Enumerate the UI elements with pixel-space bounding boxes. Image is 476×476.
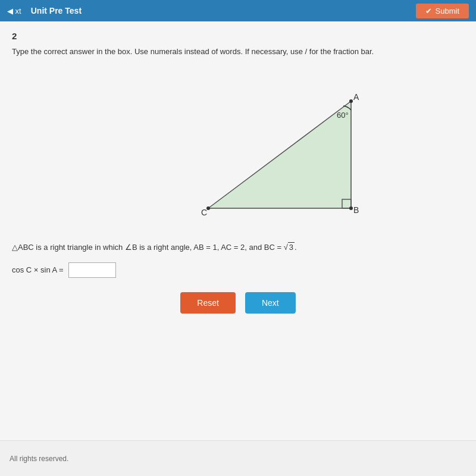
svg-point-5 xyxy=(349,99,353,103)
copyright-text: All rights reserved. xyxy=(10,455,68,463)
page-title: Unit Pre Test xyxy=(31,6,82,15)
diagram-container: A B C 60° xyxy=(12,65,464,232)
submit-icon: ✔ xyxy=(425,7,432,15)
footer: All rights reserved. xyxy=(0,440,476,476)
top-bar-left: ◀ xt Unit Pre Test xyxy=(7,6,82,15)
answer-row: cos C × sin A = xyxy=(12,262,464,278)
submit-button[interactable]: ✔ Submit xyxy=(416,4,469,18)
reset-button[interactable]: Reset xyxy=(180,292,236,314)
vertex-a-label: A xyxy=(353,92,359,102)
back-button[interactable]: ◀ xt xyxy=(7,7,21,15)
triangle-diagram: A B C 60° xyxy=(113,65,363,232)
angle-label: 60° xyxy=(337,111,349,120)
answer-input[interactable] xyxy=(68,262,116,278)
next-button[interactable]: Next xyxy=(245,292,296,314)
top-bar: ◀ xt Unit Pre Test ✔ Submit xyxy=(0,0,476,21)
svg-point-7 xyxy=(206,206,210,210)
instructions: Type the correct answer in the box. Use … xyxy=(12,47,464,56)
answer-label: cos C × sin A = xyxy=(12,265,64,274)
question-number: 2 xyxy=(12,31,464,41)
vertex-b-label: B xyxy=(353,205,359,215)
main-content: 2 Type the correct answer in the box. Us… xyxy=(0,21,476,440)
svg-point-6 xyxy=(349,206,353,210)
problem-text: △ABC is a right triangle in which ∠B is … xyxy=(12,242,464,254)
buttons-row: Reset Next xyxy=(12,292,464,314)
vertex-c-label: C xyxy=(201,208,207,217)
